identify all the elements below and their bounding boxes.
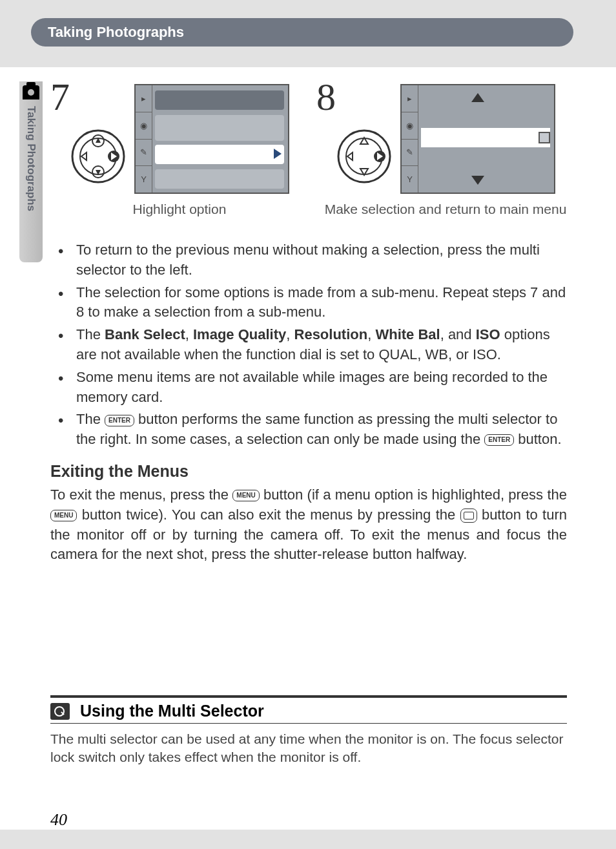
list-item: The Bank Select, Image Quality, Resoluti… — [50, 325, 567, 365]
monitor-button-icon — [460, 508, 477, 523]
tip-text: The multi selector can be used at any ti… — [50, 730, 567, 767]
camera-tab-icon: ◉ — [402, 112, 418, 140]
menu-row — [155, 90, 284, 110]
bullet-list: To return to the previous menu without m… — [50, 240, 567, 452]
select-arrow-icon — [274, 149, 282, 159]
enter-button-icon: ENTER — [105, 415, 134, 426]
magnifier-icon — [50, 703, 70, 720]
enter-button-icon: ENTER — [484, 434, 514, 446]
menu-row-highlighted — [421, 128, 550, 147]
arrow-down-icon — [471, 176, 484, 185]
step-caption: Make selection and return to main menu — [316, 202, 575, 217]
list-item: The selection for some options is made f… — [50, 283, 567, 323]
side-tab-label: Taking Photographs — [25, 106, 37, 211]
screen-tab-icons: ▸ ◉ ✎ Y — [136, 85, 152, 193]
step-number: 8 — [316, 75, 336, 120]
svg-marker-6 — [81, 152, 87, 160]
setup-icon: Y — [136, 166, 152, 193]
camera-screen-step7: ▸ ◉ ✎ Y — [134, 84, 289, 194]
menu-row — [155, 169, 284, 189]
camera-tab-icon: ◉ — [136, 112, 152, 140]
camera-icon — [23, 85, 39, 100]
menu-button-icon: MENU — [50, 510, 77, 521]
section-header: Taking Photographs — [31, 18, 573, 47]
section-paragraph: To exit the menus, press the MENU button… — [50, 485, 567, 565]
screen-tab-icons: ▸ ◉ ✎ Y — [402, 85, 418, 193]
checkbox-icon — [539, 132, 550, 143]
tip-box: Using the Multi Selector The multi selec… — [50, 695, 567, 767]
step-caption: Highlight option — [50, 202, 309, 217]
pencil-icon: ✎ — [402, 140, 418, 167]
section-header-text: Taking Photographs — [48, 24, 184, 41]
menu-row-highlighted — [155, 145, 284, 164]
camera-screen-step8: ▸ ◉ ✎ Y — [400, 84, 555, 194]
divider — [50, 723, 567, 724]
multi-selector-diagram — [70, 128, 127, 187]
setup-icon: Y — [402, 166, 418, 193]
exiting-section: Exiting the Menus To exit the menus, pre… — [50, 460, 567, 565]
page-number: 40 — [50, 810, 67, 830]
arrow-up-icon — [471, 93, 484, 102]
list-item: The ENTER button performs the same funct… — [50, 410, 567, 450]
tip-title: Using the Multi Selector — [80, 702, 264, 720]
page: Taking Photographs Taking Photographs 7 … — [0, 0, 616, 849]
menu-row — [155, 115, 284, 141]
side-tab: Taking Photographs — [19, 81, 43, 262]
multi-selector-diagram — [336, 128, 393, 187]
playback-icon: ▸ — [402, 85, 418, 112]
pencil-icon: ✎ — [136, 140, 152, 167]
section-heading: Exiting the Menus — [50, 460, 567, 483]
step-number: 7 — [50, 75, 70, 120]
playback-icon: ▸ — [136, 85, 152, 112]
divider — [50, 695, 567, 698]
menu-button-icon: MENU — [232, 490, 259, 501]
list-item: Some menu items are not available while … — [50, 368, 567, 408]
list-item: To return to the previous menu without m… — [50, 240, 567, 280]
svg-marker-13 — [347, 152, 353, 160]
